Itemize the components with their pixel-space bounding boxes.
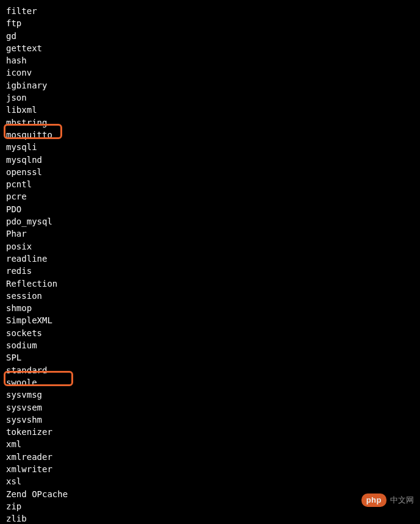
module-item: mosquitto (6, 129, 414, 141)
module-item: redis (6, 265, 414, 277)
module-item: xsl (6, 475, 414, 487)
module-item: posix (6, 240, 414, 253)
module-item: Reflection (6, 278, 414, 290)
module-item: pcntl (6, 178, 414, 190)
module-item: tokenizer (6, 426, 414, 438)
php-modules-list: filterftpgdgettexthashiconvigbinaryjsonl… (6, 5, 414, 524)
module-item: standard (6, 364, 414, 376)
module-item: mbstring (6, 117, 414, 129)
module-item: Phar (6, 228, 414, 240)
module-item: swoole (6, 376, 414, 389)
module-item: xml (6, 438, 414, 450)
module-item: ftp (6, 17, 414, 29)
module-item: mysqli (6, 141, 414, 153)
module-item: hash (6, 54, 414, 66)
module-item: zlib (6, 512, 414, 524)
module-item: openssl (6, 166, 414, 178)
module-item: iconv (6, 66, 414, 79)
module-item: libxml (6, 104, 414, 116)
module-item: SimpleXML (6, 314, 414, 326)
module-item: pdo_mysql (6, 215, 414, 228)
module-item: SPL (6, 351, 414, 364)
module-item: pcre (6, 190, 414, 203)
module-item: sysvsem (6, 401, 414, 414)
module-item: zip (6, 500, 414, 512)
module-item: mysqlnd (6, 154, 414, 166)
watermark-text: 中文网 (390, 494, 414, 506)
module-item: xmlreader (6, 451, 414, 463)
module-item: sockets (6, 327, 414, 339)
module-item: readline (6, 253, 414, 265)
module-item: sysvshm (6, 414, 414, 426)
module-item: gettext (6, 42, 414, 54)
module-item: Zend OPcache (6, 488, 414, 500)
module-item: session (6, 290, 414, 302)
module-item: filter (6, 5, 414, 17)
module-item: igbinary (6, 79, 414, 92)
module-item: PDO (6, 203, 414, 215)
module-item: shmop (6, 302, 414, 314)
module-item: gd (6, 30, 414, 42)
module-item: sodium (6, 339, 414, 351)
watermark: php 中文网 (361, 493, 414, 507)
module-item: sysvmsg (6, 389, 414, 401)
watermark-badge: php (361, 493, 386, 507)
module-item: xmlwriter (6, 463, 414, 475)
module-item: json (6, 92, 414, 104)
